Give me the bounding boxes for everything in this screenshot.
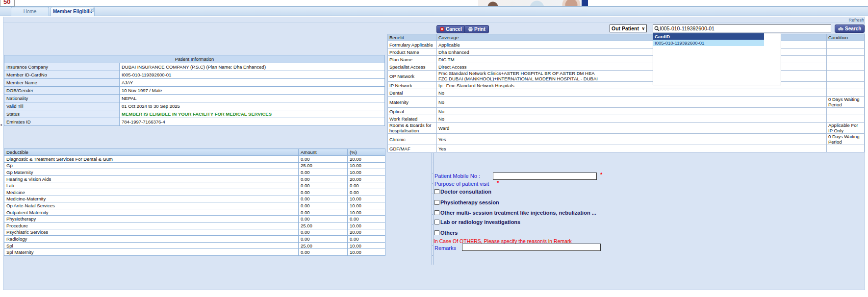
amount-cell: 0.00	[299, 229, 348, 236]
search-box[interactable]	[653, 25, 831, 32]
benefit-col-header: Benefit	[388, 34, 437, 41]
patient-row-label: Emirates ID	[4, 118, 120, 126]
condition-cell	[827, 71, 865, 82]
purpose-option-label: Lab or radiology investigations	[440, 219, 520, 225]
table-row: Diagnostic & Treatment Services For Dent…	[4, 156, 385, 163]
print-label: Print	[474, 26, 485, 32]
benefit-name-cell: Rooms & Boards for hospitalisation	[388, 123, 437, 134]
patient-row-label: DOB/Gender	[4, 87, 120, 95]
collapse-arrow-icon[interactable]: ◂	[0, 123, 2, 127]
amount-cell: 0.00	[299, 175, 348, 182]
visit-type-select[interactable]: Out Patient ∨	[610, 25, 647, 32]
percent-cell: 20.00	[348, 156, 385, 163]
coverage-cell: No	[437, 115, 827, 123]
remarks-label: Remarks	[434, 245, 456, 251]
cardid-dropdown-item[interactable]: I005-010-119392600-01	[653, 40, 764, 46]
deductible-name-cell: Lab	[4, 182, 299, 189]
checkbox[interactable]	[434, 200, 439, 205]
patient-row-value: DUBAI INSURANCE COMPANY (P.S.C) (Plan Na…	[120, 63, 385, 71]
table-row: ChronicYes0 Days Waiting Period	[388, 134, 865, 145]
checkbox[interactable]	[434, 210, 439, 215]
percent-cell: 0.00	[348, 182, 385, 189]
search-label: Search	[845, 26, 861, 31]
benefit-name-cell: Work Related	[388, 115, 437, 123]
checkbox[interactable]	[434, 220, 439, 224]
condition-cell: Applicable For IP Only	[827, 123, 865, 134]
table-row: Plan NameDIC TM	[388, 56, 865, 63]
table-row: OP NetworkFmc Standard Network Clinics+A…	[388, 71, 865, 82]
percent-cell: 0.00	[348, 216, 385, 223]
condition-col-header: Condition	[827, 34, 865, 41]
cardid-dropdown: CardID I005-010-119392600-01	[653, 33, 781, 85]
cardid-dropdown-header: CardID	[653, 33, 764, 40]
cancel-button[interactable]: ✕ Cancel	[436, 25, 465, 33]
corner-badge: 50	[0, 0, 15, 6]
patient-row-label: Nationality	[4, 95, 120, 102]
checkbox[interactable]	[434, 189, 439, 194]
deductible-name-cell: Hearing & Vision Aids	[4, 175, 299, 182]
coverage-cell: Yes	[437, 134, 827, 145]
amount-cell: 0.00	[299, 202, 348, 209]
table-row: Product NameDha Enhanced	[388, 49, 865, 56]
deductible-name-cell: Spl	[4, 242, 299, 249]
percent-cell: 0.00	[348, 236, 385, 243]
patient-information-title: Patient Information	[4, 55, 385, 63]
table-row: GDF/MAFYes	[388, 145, 865, 152]
amount-cell: 0.00	[299, 169, 348, 176]
table-row: MaternityNo0 Days Waiting Period	[388, 97, 865, 108]
tab-member-label: Member Eligibilit	[53, 9, 92, 14]
banner-navy-block	[582, 0, 588, 6]
table-row: Op Ante-Natal Services0.0010.00	[4, 202, 385, 209]
search-button[interactable]: Search	[835, 25, 865, 33]
table-row: Gp Maternity0.0010.00	[4, 169, 385, 176]
table-row: Medicine-Maternity0.0010.00	[4, 196, 385, 202]
amount-cell: 0.00	[299, 249, 348, 256]
table-row: Hearing & Vision Aids0.0020.00	[4, 175, 385, 182]
mobile-required-marker: *	[600, 172, 602, 177]
search-input[interactable]	[660, 25, 821, 31]
deductible-name-cell: Gp Maternity	[4, 169, 299, 176]
deductible-name-cell: Medicine-Maternity	[4, 196, 299, 202]
close-icon[interactable]: x	[90, 8, 94, 12]
coverage-cell: No	[437, 97, 827, 108]
coverage-cell: Yes	[437, 145, 827, 152]
purpose-option-label: Doctor consultation	[440, 189, 491, 195]
patient-row-value: AJAY	[120, 79, 385, 87]
table-row: Spl Maternity0.0010.00	[4, 249, 385, 256]
condition-cell	[827, 115, 865, 123]
coverage-cell: No	[437, 108, 827, 115]
percent-cell: 10.00	[348, 242, 385, 249]
print-button[interactable]: Print	[464, 25, 489, 33]
condition-cell	[827, 49, 865, 56]
benefit-name-cell: Specialist Access	[388, 63, 437, 71]
table-row: Formulary ApplicableApplicable	[388, 41, 865, 49]
patient-mobile-input[interactable]	[493, 173, 597, 180]
table-row: Rooms & Boards for hospitalisationWardAp…	[388, 123, 865, 134]
checkbox[interactable]	[434, 230, 439, 235]
coverage-cell: Ward	[437, 123, 827, 134]
purpose-of-visit-label: Purpose of patient visit	[434, 181, 489, 187]
purpose-option-label: Others	[440, 230, 458, 236]
tab-home[interactable]: Home	[11, 7, 49, 16]
amount-cell: 0.00	[299, 189, 348, 196]
percent-cell: 10.00	[348, 169, 385, 176]
amount-cell: 0.00	[299, 182, 348, 189]
condition-cell	[827, 41, 865, 49]
percent-cell: 10.00	[348, 162, 385, 169]
deductible-name-cell: Physiotherapy	[4, 216, 299, 223]
condition-cell	[827, 63, 865, 71]
deductible-name-cell: Op Ante-Natal Services	[4, 202, 299, 209]
refresh-link[interactable]: Refresh	[829, 18, 864, 23]
patient-row-value: 10 Nov 1997 / Male	[120, 87, 385, 95]
table-row: Medicine0.000.00	[4, 189, 385, 196]
table-row: StatusMEMBER IS ELIGIBLE IN YOUR FACILIT…	[4, 110, 385, 118]
tab-member-eligibility[interactable]: Member Eligibilit x	[51, 7, 95, 16]
remarks-input[interactable]	[462, 244, 601, 251]
cancel-x-icon: ✕	[440, 27, 444, 31]
benefit-name-cell: Dental	[388, 89, 437, 97]
table-row: OpticalNo	[388, 108, 865, 115]
benefit-name-cell: GDF/MAF	[388, 145, 437, 152]
benefit-header-row: Benefit Coverage Condition	[388, 34, 865, 41]
table-row: Radiology0.000.00	[4, 236, 385, 243]
patient-information-caption-row: Patient Information	[4, 55, 385, 63]
